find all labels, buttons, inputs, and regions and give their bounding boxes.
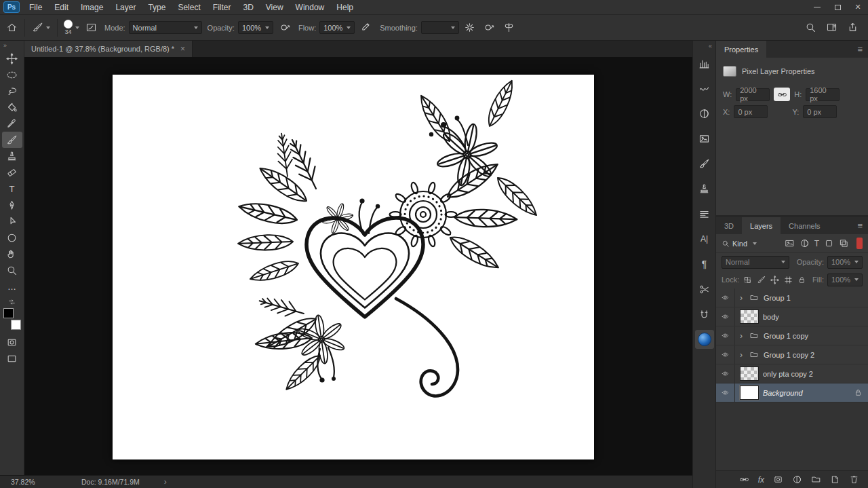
tool-preset-brush-icon[interactable] (30, 20, 52, 35)
eraser-tool[interactable] (2, 164, 22, 181)
layer-row[interactable]: › Group 1 copy (716, 326, 868, 345)
visibility-toggle[interactable] (716, 383, 735, 402)
layer-name[interactable]: body (763, 313, 779, 321)
clone-stamp-tool[interactable] (2, 148, 22, 164)
layer-opacity-field[interactable]: 100% (827, 256, 863, 269)
slice-panel-icon[interactable] (695, 280, 714, 299)
close-tab-icon[interactable]: × (180, 44, 185, 54)
share-icon[interactable] (847, 22, 859, 33)
layer-name[interactable]: only pta copy 2 (763, 370, 813, 378)
brush-preset-picker[interactable]: 34 (64, 20, 79, 35)
filter-shape-layers-icon[interactable] (824, 238, 834, 248)
filter-smart-objects-icon[interactable] (839, 238, 849, 248)
menu-filter[interactable]: Filter (207, 0, 237, 15)
menu-type[interactable]: Type (142, 0, 172, 15)
layer-name[interactable]: Group 1 (764, 294, 791, 302)
close-button[interactable]: ✕ (848, 0, 868, 15)
eyedropper-tool[interactable] (2, 115, 22, 132)
layer-thumbnail[interactable] (740, 386, 759, 400)
direct-selection-tool[interactable] (2, 213, 22, 229)
layer-thumbnail[interactable] (740, 309, 759, 324)
home-button[interactable] (4, 20, 20, 35)
height-field[interactable]: 1600 px (806, 88, 840, 101)
layer-row-selected[interactable]: Background (716, 383, 868, 402)
histogram-panel-icon[interactable] (695, 54, 714, 73)
menu-3d[interactable]: 3D (237, 0, 259, 15)
smoothing-options-gear[interactable] (462, 20, 477, 35)
paragraph-panel-icon[interactable]: ¶ (695, 255, 714, 274)
paint-symmetry-toggle[interactable] (501, 20, 517, 35)
new-group-icon[interactable] (811, 474, 821, 485)
filtering-on-toggle[interactable] (856, 238, 863, 249)
lock-artboard-icon[interactable] (784, 276, 793, 284)
lasso-tool[interactable] (2, 83, 22, 99)
paint-bucket-tool[interactable] (2, 99, 22, 115)
layer-name[interactable]: Background (763, 389, 803, 397)
toolbar-collapse-chevrons[interactable]: » (0, 41, 9, 50)
screen-mode-toggle[interactable] (2, 350, 22, 367)
swap-colors-icon[interactable] (2, 297, 22, 307)
lock-transparency-icon[interactable] (743, 276, 752, 284)
lock-pixels-icon[interactable] (757, 276, 766, 284)
ellipse-shape-tool[interactable] (2, 229, 22, 246)
expand-arrow-icon[interactable]: › (740, 293, 745, 303)
zoom-level-field[interactable]: 37.82% (0, 478, 58, 486)
menu-file[interactable]: File (23, 0, 48, 15)
filter-kind-select[interactable]: Kind (722, 240, 757, 248)
brush-tool[interactable] (2, 132, 22, 148)
link-layers-icon[interactable] (739, 474, 749, 485)
toggle-brush-settings-panel[interactable] (83, 20, 99, 35)
add-layer-mask-icon[interactable] (773, 474, 783, 485)
foreground-color-swatch[interactable] (3, 308, 14, 318)
filter-type-layers-icon[interactable]: T (814, 239, 819, 248)
status-menu-arrow[interactable]: › (164, 477, 167, 487)
menu-help[interactable]: Help (330, 0, 359, 15)
clone-source-panel-icon[interactable] (695, 179, 714, 198)
visibility-toggle[interactable] (716, 307, 735, 326)
visibility-toggle[interactable] (716, 288, 735, 307)
layer-lock-icon[interactable] (854, 388, 863, 397)
layer-row[interactable]: only pta copy 2 (716, 364, 868, 383)
width-field[interactable]: 2000 px (736, 88, 770, 101)
quick-mask-toggle[interactable] (2, 334, 22, 350)
tab-properties[interactable]: Properties (716, 41, 766, 58)
lock-all-icon[interactable] (797, 276, 806, 284)
type-tool[interactable]: T (2, 181, 22, 197)
brushes-panel-icon[interactable] (695, 154, 714, 173)
tab-channels[interactable]: Channels (781, 217, 828, 234)
delete-layer-icon[interactable] (849, 474, 859, 485)
search-icon[interactable] (805, 22, 816, 33)
navigator-panel-icon[interactable] (695, 129, 714, 148)
layer-name[interactable]: Group 1 copy (764, 332, 808, 340)
document-tab[interactable]: Untitled-1 @ 37.8% (Background, RGB/8) *… (24, 41, 193, 57)
filter-adjustment-layers-icon[interactable] (800, 238, 810, 248)
snap-panel-icon[interactable] (695, 305, 714, 324)
fill-field[interactable]: 100% (827, 274, 863, 286)
expand-panels-chevrons[interactable]: « (709, 43, 715, 50)
hand-tool[interactable] (2, 246, 22, 262)
libraries-panel-icon[interactable] (695, 204, 714, 223)
edit-toolbar-ellipsis[interactable]: … (2, 278, 22, 295)
background-color-swatch[interactable] (11, 320, 21, 330)
opacity-field[interactable]: 100% (238, 21, 273, 34)
layer-style-fx-icon[interactable]: fx (758, 475, 764, 485)
workspace-switcher-icon[interactable] (826, 22, 837, 33)
new-adjustment-layer-icon[interactable] (792, 474, 802, 485)
color-swatches[interactable] (2, 308, 22, 330)
airbrush-toggle[interactable] (359, 20, 374, 35)
restore-button[interactable] (827, 0, 848, 15)
brush-settings-panel-icon[interactable] (695, 79, 714, 98)
expand-arrow-icon[interactable]: › (740, 331, 745, 341)
visibility-toggle[interactable] (716, 326, 735, 345)
layer-name[interactable]: Group 1 copy 2 (764, 351, 814, 359)
tab-3d[interactable]: 3D (716, 217, 742, 234)
zoom-tool[interactable] (2, 262, 22, 278)
layer-row[interactable]: body (716, 307, 868, 326)
link-dimensions-button[interactable] (774, 88, 790, 101)
color-wheel-panel-icon[interactable] (695, 330, 714, 349)
menu-view[interactable]: View (260, 0, 290, 15)
canvas[interactable] (113, 75, 594, 459)
tab-layers[interactable]: Layers (742, 217, 781, 234)
marquee-tool[interactable] (2, 67, 22, 83)
filter-pixel-layers-icon[interactable] (785, 238, 795, 248)
